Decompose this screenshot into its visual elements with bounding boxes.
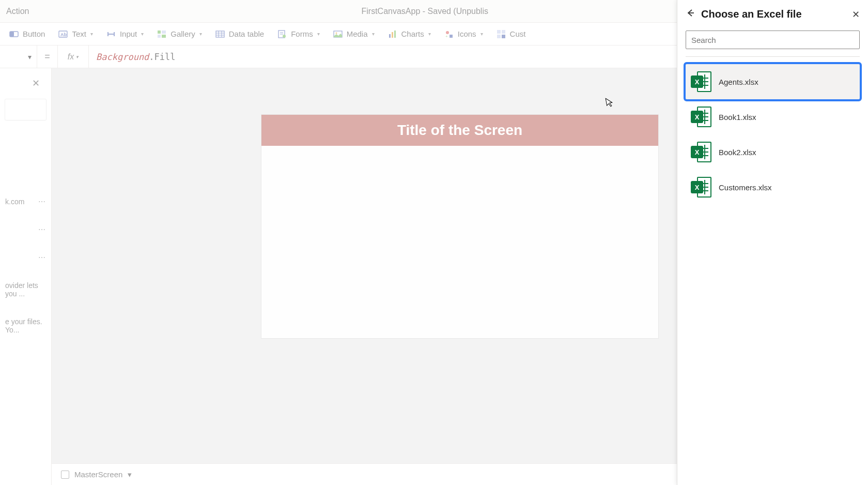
svg-text:Ab: Ab bbox=[60, 32, 67, 37]
file-name: Customers.xlsx bbox=[719, 183, 772, 192]
back-button[interactable] bbox=[686, 8, 695, 20]
svg-rect-16 bbox=[278, 31, 285, 38]
svg-rect-2 bbox=[59, 31, 67, 37]
chevron-down-icon: ▾ bbox=[199, 31, 202, 37]
ribbon-label: Gallery bbox=[171, 29, 195, 38]
ribbon-label: Button bbox=[23, 29, 45, 38]
svg-rect-23 bbox=[392, 32, 393, 38]
chevron-down-icon: ▾ bbox=[317, 31, 320, 37]
canvas-screen[interactable]: Title of the Screen bbox=[261, 115, 658, 338]
choose-excel-panel: Choose an Excel file ✕ X Agents.xlsx X B… bbox=[677, 0, 868, 485]
svg-rect-10 bbox=[162, 35, 166, 38]
svg-rect-31 bbox=[502, 35, 505, 38]
ribbon-label: Data table bbox=[229, 29, 264, 38]
button-icon bbox=[9, 29, 19, 39]
list-item[interactable]: ovider lets you ... bbox=[5, 281, 46, 298]
screen-title-bar[interactable]: Title of the Screen bbox=[261, 115, 658, 146]
chevron-down-icon: ▾ bbox=[141, 31, 144, 37]
svg-rect-1 bbox=[10, 32, 14, 37]
svg-point-21 bbox=[335, 32, 337, 34]
ribbon-label: Cust bbox=[510, 29, 526, 38]
ribbon-label: Charts bbox=[401, 29, 424, 38]
close-panel-button[interactable]: ✕ bbox=[32, 78, 40, 89]
svg-rect-24 bbox=[394, 31, 396, 38]
ribbon-text[interactable]: Ab Text ▾ bbox=[58, 29, 93, 39]
search-input[interactable] bbox=[686, 31, 860, 49]
list-item[interactable]: ⋯ bbox=[5, 225, 46, 234]
screen-title-text: Title of the Screen bbox=[397, 122, 522, 139]
input-icon bbox=[106, 29, 116, 39]
ribbon-label: Forms bbox=[291, 29, 313, 38]
chevron-down-icon: ▾ bbox=[481, 31, 483, 37]
property-selector[interactable]: ▾ bbox=[0, 46, 37, 68]
chevron-down-icon: ▾ bbox=[428, 31, 431, 37]
svg-text:+: + bbox=[445, 34, 448, 39]
file-item-book2[interactable]: X Book2.xlsx bbox=[686, 134, 860, 170]
svg-point-17 bbox=[283, 35, 286, 38]
ribbon-forms[interactable]: Forms ▾ bbox=[277, 29, 320, 39]
ribbon-charts[interactable]: Charts ▾ bbox=[388, 29, 431, 39]
svg-rect-26 bbox=[450, 35, 453, 38]
formula-member: .Fill bbox=[149, 52, 175, 62]
chevron-down-icon: ▾ bbox=[28, 53, 32, 61]
fx-button[interactable]: fx ▾ bbox=[58, 46, 89, 68]
file-item-customers[interactable]: X Customers.xlsx bbox=[686, 170, 860, 205]
svg-rect-30 bbox=[497, 35, 501, 38]
file-item-book1[interactable]: X Book1.xlsx bbox=[686, 99, 860, 134]
chevron-down-icon[interactable]: ▾ bbox=[128, 470, 132, 479]
file-list: X Agents.xlsx X Book1.xlsx X Book2.xlsx … bbox=[686, 64, 860, 205]
svg-rect-22 bbox=[389, 34, 391, 38]
ribbon-custom[interactable]: Cust bbox=[497, 29, 526, 39]
excel-file-icon: X bbox=[691, 107, 711, 127]
ribbon-label: Input bbox=[120, 29, 137, 38]
svg-rect-8 bbox=[162, 31, 166, 34]
more-icon[interactable]: ⋯ bbox=[38, 253, 46, 262]
ribbon-label: Media bbox=[347, 29, 368, 38]
excel-file-icon: X bbox=[691, 71, 711, 92]
svg-point-25 bbox=[446, 31, 449, 34]
list-item[interactable]: e your files. Yo... bbox=[5, 317, 46, 334]
list-item[interactable]: k.com⋯ bbox=[5, 198, 46, 206]
mouse-cursor bbox=[605, 97, 615, 110]
ribbon-label: Text bbox=[72, 29, 86, 38]
excel-file-icon: X bbox=[691, 142, 711, 162]
svg-rect-11 bbox=[216, 31, 224, 37]
gallery-icon bbox=[157, 29, 166, 39]
svg-rect-28 bbox=[497, 30, 501, 34]
left-panel: ✕ k.com⋯ ⋯ ⋯ ovider lets you ... e your … bbox=[0, 68, 52, 485]
svg-rect-29 bbox=[502, 30, 505, 34]
custom-icon bbox=[497, 29, 506, 39]
panel-card[interactable] bbox=[5, 99, 46, 120]
ribbon-media[interactable]: Media ▾ bbox=[333, 29, 375, 39]
divider bbox=[686, 56, 860, 57]
ribbon-gallery[interactable]: Gallery ▾ bbox=[157, 29, 202, 39]
file-name: Book1.xlsx bbox=[719, 113, 756, 122]
forms-icon bbox=[277, 29, 287, 39]
chevron-down-icon: ▾ bbox=[372, 31, 375, 37]
ribbon-tab-action[interactable]: Action bbox=[6, 7, 29, 16]
ribbon-data-table[interactable]: Data table bbox=[215, 29, 264, 39]
screen-name-label[interactable]: MasterScreen bbox=[74, 470, 122, 479]
ribbon-icons[interactable]: + Icons ▾ bbox=[444, 29, 483, 39]
screen-checkbox[interactable] bbox=[61, 471, 69, 479]
excel-file-icon: X bbox=[691, 177, 711, 198]
panel-title: Choose an Excel file bbox=[701, 8, 846, 20]
file-item-agents[interactable]: X Agents.xlsx bbox=[686, 64, 860, 99]
ribbon-input[interactable]: Input ▾ bbox=[106, 29, 144, 39]
more-icon[interactable]: ⋯ bbox=[38, 198, 46, 206]
close-button[interactable]: ✕ bbox=[852, 9, 860, 20]
svg-rect-9 bbox=[158, 35, 161, 38]
more-icon[interactable]: ⋯ bbox=[38, 225, 46, 234]
equals-label: = bbox=[37, 46, 58, 68]
svg-rect-7 bbox=[158, 31, 161, 34]
media-icon bbox=[333, 29, 343, 39]
chevron-down-icon: ▾ bbox=[90, 31, 93, 37]
svg-rect-20 bbox=[334, 31, 342, 37]
svg-rect-0 bbox=[10, 32, 18, 37]
data-table-icon bbox=[215, 29, 225, 39]
list-item[interactable]: ⋯ bbox=[5, 253, 46, 262]
ribbon-label: Icons bbox=[458, 29, 476, 38]
text-icon: Ab bbox=[58, 29, 68, 39]
chevron-down-icon: ▾ bbox=[76, 54, 79, 59]
ribbon-button[interactable]: Button bbox=[9, 29, 45, 39]
